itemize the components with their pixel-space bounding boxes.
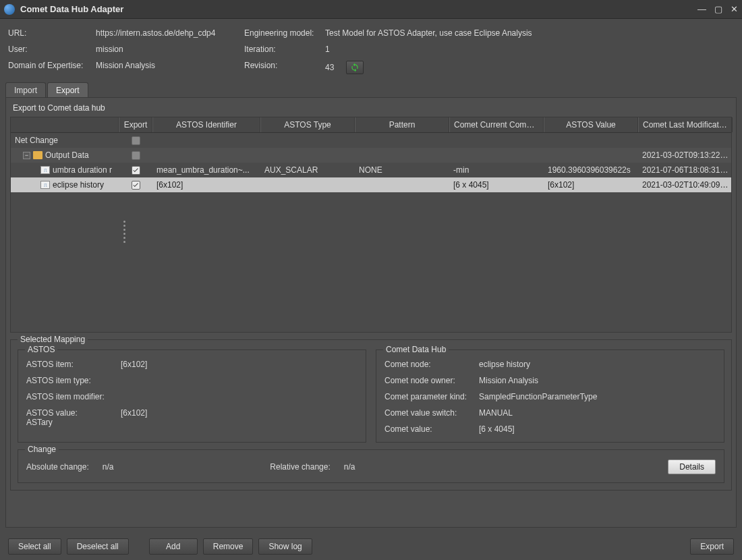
rel-change-value: n/a xyxy=(344,462,355,472)
tab-import[interactable]: Import xyxy=(5,82,46,97)
col-export[interactable]: Export xyxy=(119,117,152,132)
astos-type-label: ASTOS item type: xyxy=(26,376,121,385)
url-label: URL: xyxy=(8,28,96,38)
revision-value: 43 xyxy=(325,63,334,72)
cell-last-mod: 2021-03-02T10:49:09.072Z xyxy=(638,180,733,190)
change-box: Change Absolute change: n/a Relative cha… xyxy=(18,449,724,483)
select-all-button[interactable]: Select all xyxy=(8,538,61,555)
add-button[interactable]: Add xyxy=(149,538,198,555)
col-astos-id[interactable]: ASTOS Identifier xyxy=(152,117,260,132)
col-tree xyxy=(11,117,119,132)
col-pattern[interactable]: Pattern xyxy=(355,117,449,132)
folder-icon xyxy=(33,151,42,159)
cell-astos-type: AUX_SCALAR xyxy=(260,165,355,175)
cell-pattern: NONE xyxy=(355,165,449,175)
comet-node-label: Comet node: xyxy=(384,360,479,369)
col-astos-type[interactable]: ASTOS Type xyxy=(260,117,355,132)
window-titlebar: Comet Data Hub Adapter — ▢ ✕ xyxy=(0,0,742,19)
abs-change-label: Absolute change: xyxy=(26,462,89,472)
astos-value-value: [6x102] xyxy=(121,408,358,418)
selected-mapping-title: Selected Mapping xyxy=(18,335,88,344)
refresh-button[interactable] xyxy=(346,61,364,74)
iteration-value: 1 xyxy=(325,45,734,54)
eng-model-label: Engineering model: xyxy=(244,28,325,38)
data-item-icon: ⎍ xyxy=(40,166,50,174)
astos-modifier-value xyxy=(121,392,358,401)
url-value: https://intern.astos.de/dehp_cdp4 xyxy=(96,28,244,38)
cell-last-mod: 2021-07-06T18:08:31.24Z xyxy=(638,165,733,175)
minimize-icon[interactable]: — xyxy=(697,4,706,14)
comet-switch-value: MANUAL xyxy=(479,408,716,418)
connection-info: URL: https://intern.astos.de/dehp_cdp4 E… xyxy=(0,19,742,82)
export-panel-title: Export to Comet data hub xyxy=(13,103,732,113)
change-title: Change xyxy=(25,445,59,454)
deselect-all-button[interactable]: Deselect all xyxy=(67,538,129,555)
comet-param-value: SampledFunctionParameterType xyxy=(479,392,716,401)
bottom-toolbar: Select all Deselect all Add Remove Show … xyxy=(0,533,742,560)
domain-label: Domain of Expertise: xyxy=(8,61,96,74)
maximize-icon[interactable]: ▢ xyxy=(714,4,722,14)
comet-param-label: Comet parameter kind: xyxy=(384,392,479,401)
cell-astos-id: mean_umbra_duration~... xyxy=(152,165,260,175)
comet-node-value: eclipse history xyxy=(479,360,716,369)
export-button[interactable]: Export xyxy=(690,538,734,555)
show-log-button[interactable]: Show log xyxy=(258,538,312,555)
export-checkbox[interactable] xyxy=(132,136,140,145)
check-icon xyxy=(132,181,139,188)
table-header: Export ASTOS Identifier ASTOS Type Patte… xyxy=(11,117,731,133)
table-row-umbra[interactable]: ⎍ umbra duration r mean_umbra_duration~.… xyxy=(11,163,731,177)
eng-model-value: Test Model for ASTOS Adapter, use case E… xyxy=(325,28,734,38)
table-row-eclipse[interactable]: ⎍ eclipse history [6x102] [6 x 4045] [6x… xyxy=(11,177,731,192)
cell-astos-value: 1960.3960396039622s xyxy=(544,165,638,175)
cell-astos-value: [6x102] xyxy=(544,180,638,190)
astos-type-value xyxy=(121,376,358,385)
cell-comet-current: -min xyxy=(449,165,544,175)
app-icon xyxy=(4,4,15,15)
comet-value-label: Comet value: xyxy=(384,424,479,434)
col-comet-last-mod[interactable]: Comet Last Modificatio... xyxy=(638,117,733,132)
abs-change-value: n/a xyxy=(103,462,114,472)
export-panel: Export to Comet data hub Export ASTOS Id… xyxy=(5,97,737,528)
comet-switch-label: Comet value switch: xyxy=(384,408,479,418)
cell-comet-current: [6 x 4045] xyxy=(449,180,544,190)
column-resize-handle[interactable] xyxy=(123,221,125,243)
user-label: User: xyxy=(8,45,96,54)
comet-box-title: Comet Data Hub xyxy=(383,345,449,354)
astos-item-value: [6x102] xyxy=(121,360,358,369)
revision-label: Revision: xyxy=(244,61,325,74)
cell-last-mod: 2021-03-02T09:13:22.941Z xyxy=(638,150,733,160)
row-label: Output Data xyxy=(45,150,89,160)
iteration-label: Iteration: xyxy=(244,45,325,54)
table-row-net-change[interactable]: Net Change xyxy=(11,133,731,148)
export-checkbox[interactable] xyxy=(132,181,140,190)
comet-owner-value: Mission Analysis xyxy=(479,376,716,385)
cell-astos-id: [6x102] xyxy=(152,180,260,190)
astos-box-title: ASTOS xyxy=(25,345,57,354)
astos-modifier-label: ASTOS item modifier: xyxy=(26,392,121,401)
window-title: Comet Data Hub Adapter xyxy=(20,4,123,14)
remove-button[interactable]: Remove xyxy=(203,538,254,555)
export-table: Export ASTOS Identifier ASTOS Type Patte… xyxy=(10,117,732,333)
export-checkbox[interactable] xyxy=(132,166,140,175)
selected-mapping-box: Selected Mapping ASTOS ASTOS item: [6x10… xyxy=(10,339,732,491)
user-value: mission xyxy=(96,45,244,54)
comet-box: Comet Data Hub Comet node: eclipse histo… xyxy=(376,349,724,443)
row-label: umbra duration r xyxy=(53,165,112,175)
close-icon[interactable]: ✕ xyxy=(731,4,738,14)
col-comet-current[interactable]: Comet Current Comput... xyxy=(449,117,544,132)
row-label: Net Change xyxy=(15,136,58,145)
details-button[interactable]: Details xyxy=(668,459,716,474)
rel-change-label: Relative change: xyxy=(270,462,330,472)
check-icon xyxy=(132,167,139,173)
data-item-icon: ⎍ xyxy=(40,181,50,189)
tabs: Import Export xyxy=(0,82,742,97)
refresh-icon xyxy=(350,63,360,72)
domain-value: Mission Analysis xyxy=(96,61,244,74)
export-checkbox[interactable] xyxy=(132,151,140,160)
tab-export[interactable]: Export xyxy=(47,82,88,97)
table-row-output-data[interactable]: − Output Data 2021-03-02T09:13:22.941Z xyxy=(11,148,731,163)
col-astos-value[interactable]: ASTOS Value xyxy=(544,117,638,132)
astos-value-label: ASTOS value: xyxy=(26,408,121,418)
tree-collapse-icon[interactable]: − xyxy=(23,152,30,159)
comet-owner-label: Comet node owner: xyxy=(384,376,479,385)
